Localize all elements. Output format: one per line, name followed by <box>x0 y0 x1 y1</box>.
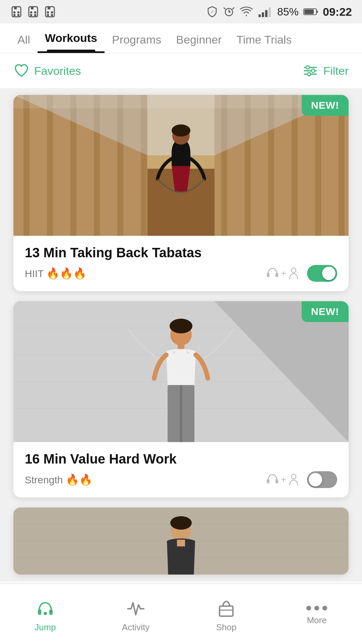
toggle-1[interactable] <box>307 265 337 282</box>
svg-rect-15 <box>51 11 53 13</box>
tab-all[interactable]: All <box>10 25 38 53</box>
card-title-2: 16 Min Value Hard Work <box>25 451 337 467</box>
svg-point-73 <box>291 474 296 479</box>
headphone-icon-1 <box>265 267 280 280</box>
wifi-icon <box>240 6 253 18</box>
svg-rect-16 <box>47 14 49 16</box>
nav-item-shop[interactable]: Shop <box>181 595 272 633</box>
filter-icon <box>302 63 318 79</box>
svg-rect-83 <box>49 609 53 615</box>
tab-time-trials[interactable]: Time Trials <box>229 25 299 53</box>
svg-point-32 <box>307 72 311 76</box>
card-controls-2: + <box>265 471 337 488</box>
svg-point-84 <box>44 612 47 615</box>
clock-time: 09:22 <box>323 5 352 18</box>
alarm-icon <box>223 6 235 18</box>
sim-icon-3 <box>44 5 56 18</box>
workout-card-2[interactable]: NEW! 16 Min Value Hard Work Strength 🔥🔥 <box>13 301 349 497</box>
new-badge-1: NEW! <box>302 95 349 116</box>
card-meta-1: HIIT 🔥🔥🔥 + <box>25 265 337 282</box>
svg-point-31 <box>311 69 315 72</box>
svg-point-53 <box>172 124 190 137</box>
svg-rect-22 <box>265 10 267 17</box>
headset-plus-person-2: + <box>265 473 300 486</box>
battery-percent: 85% <box>277 6 299 18</box>
svg-rect-9 <box>34 11 36 13</box>
status-bar: ✓ 85% 09:22 <box>0 0 362 23</box>
svg-rect-54 <box>172 152 190 166</box>
headphone-icon-2 <box>265 473 280 486</box>
svg-point-67 <box>170 319 192 333</box>
toggle-thumb-1 <box>322 267 336 280</box>
nav-label-more: More <box>307 615 326 626</box>
svg-rect-25 <box>304 9 314 14</box>
filter-label: Filter <box>323 64 349 77</box>
favorites-button[interactable]: Favorites <box>13 63 81 79</box>
card-info-1: 13 Min Taking Back Tabatas HIIT 🔥🔥🔥 + <box>13 236 349 291</box>
tab-workouts[interactable]: Workouts <box>38 23 105 53</box>
flame-icons-1: 🔥🔥🔥 <box>46 267 86 279</box>
svg-rect-7 <box>31 7 34 9</box>
card-controls-1: + <box>265 265 337 282</box>
jump-icon <box>35 599 55 619</box>
plus-icon-2: + <box>281 474 286 485</box>
svg-rect-57 <box>276 273 278 277</box>
svg-rect-10 <box>30 14 32 16</box>
workout-card-1[interactable]: NEW! 13 Min Taking Back Tabatas HIIT 🔥🔥🔥 <box>13 95 349 291</box>
svg-rect-4 <box>13 14 15 16</box>
svg-text:✓: ✓ <box>210 9 214 14</box>
card-meta-2: Strength 🔥🔥 + <box>25 471 337 488</box>
nav-item-jump[interactable]: Jump <box>0 595 90 633</box>
card-image-3 <box>13 507 349 575</box>
workout-card-3[interactable] <box>13 507 349 575</box>
sim-icon-2 <box>27 5 40 18</box>
svg-rect-2 <box>13 11 15 13</box>
card-bg-outdoor <box>13 507 349 575</box>
card-bg-studio <box>13 301 349 442</box>
svg-rect-48 <box>315 95 321 236</box>
svg-rect-85 <box>220 606 233 616</box>
nav-item-more[interactable]: More <box>272 602 362 626</box>
nav-item-activity[interactable]: Activity <box>90 595 181 633</box>
new-badge-2: NEW! <box>302 301 349 322</box>
tab-navigation: All Workouts Programs Beginner Time Tria… <box>0 23 362 53</box>
shield-icon: ✓ <box>206 6 218 18</box>
activity-icon <box>126 599 146 619</box>
tab-programs[interactable]: Programs <box>105 25 169 53</box>
toolbar: Favorites Filter <box>0 53 362 88</box>
person-icon-1 <box>288 267 300 280</box>
svg-rect-1 <box>14 7 17 9</box>
card-title-1: 13 Min Taking Back Tabatas <box>25 245 337 260</box>
battery-icon <box>303 7 318 16</box>
svg-rect-20 <box>258 14 261 17</box>
svg-rect-72 <box>276 479 278 483</box>
svg-rect-23 <box>268 7 271 17</box>
card-bg-corridor <box>13 95 349 236</box>
svg-rect-71 <box>267 479 269 483</box>
svg-rect-49 <box>339 95 345 236</box>
svg-rect-13 <box>48 7 50 9</box>
status-bar-right: ✓ 85% 09:22 <box>206 5 352 18</box>
svg-rect-82 <box>38 609 41 615</box>
svg-rect-8 <box>30 11 32 13</box>
svg-rect-26 <box>317 10 318 13</box>
shop-icon <box>216 599 236 619</box>
svg-point-30 <box>306 66 309 69</box>
svg-rect-11 <box>34 14 36 16</box>
plus-icon-1: + <box>281 268 286 279</box>
svg-rect-21 <box>262 12 264 17</box>
signal-icon <box>258 6 273 18</box>
svg-point-80 <box>170 516 192 530</box>
filter-button[interactable]: Filter <box>302 63 349 79</box>
card-image-2: NEW! <box>13 301 349 442</box>
nav-label-shop: Shop <box>216 622 237 633</box>
person-icon-2 <box>288 473 300 486</box>
workout-type-label-2: Strength <box>25 474 66 485</box>
toggle-2[interactable] <box>307 471 337 488</box>
svg-rect-38 <box>47 95 53 236</box>
tab-beginner[interactable]: Beginner <box>169 25 229 53</box>
content-area: NEW! 13 Min Taking Back Tabatas HIIT 🔥🔥🔥 <box>0 88 362 581</box>
toggle-thumb-2 <box>309 473 322 486</box>
svg-point-58 <box>291 268 296 273</box>
heart-icon <box>13 63 29 79</box>
